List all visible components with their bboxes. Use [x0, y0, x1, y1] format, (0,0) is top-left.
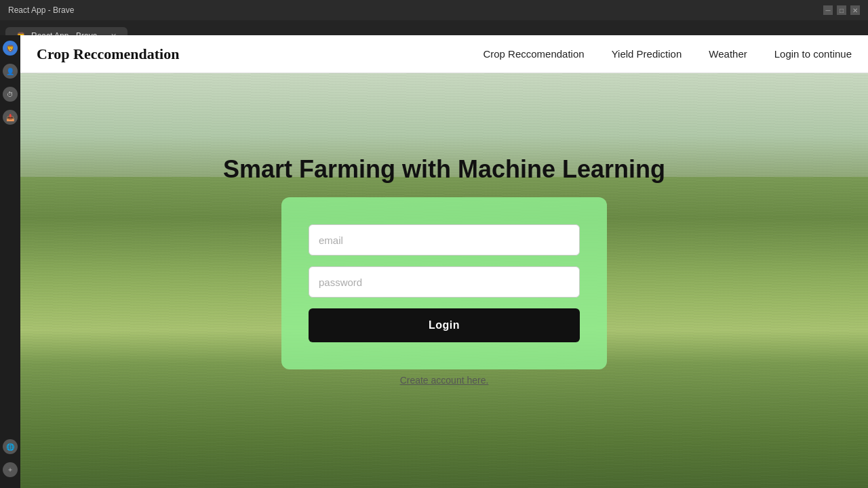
- sidebar-icon-brave[interactable]: 🦁: [3, 41, 18, 56]
- sidebar-icon-downloads[interactable]: 📥: [3, 110, 18, 125]
- hero-section: Smart Farming with Machine Learning Logi…: [20, 73, 868, 488]
- title-bar: React App - Brave ─ □ ✕: [0, 0, 868, 20]
- nav-yield-prediction[interactable]: Yield Prediction: [612, 48, 682, 60]
- sidebar-icon-profile[interactable]: 👤: [3, 64, 18, 79]
- hero-title: Smart Farming with Machine Learning: [223, 155, 665, 184]
- hero-content: Smart Farming with Machine Learning Logi…: [20, 155, 868, 386]
- minimize-btn[interactable]: ─: [823, 5, 833, 15]
- maximize-btn[interactable]: □: [837, 5, 846, 15]
- login-button[interactable]: Login: [309, 308, 580, 342]
- nav-weather[interactable]: Weather: [709, 48, 747, 60]
- app-logo: Crop Reccomendation: [37, 45, 179, 63]
- close-btn[interactable]: ✕: [850, 5, 860, 15]
- browser-sidebar: 🦁 👤 ⏱ 📥 🌐 ＋: [0, 35, 20, 488]
- app-title: React App - Brave: [8, 5, 74, 15]
- nav-crop-recommendation[interactable]: Crop Reccomendation: [483, 48, 584, 60]
- password-input[interactable]: [309, 266, 580, 298]
- app-container: Crop Reccomendation Crop Reccomendation …: [20, 35, 868, 488]
- app-nav-links: Crop Reccomendation Yield Prediction Wea…: [483, 48, 852, 60]
- create-account-link[interactable]: Create account here.: [400, 375, 489, 386]
- nav-login[interactable]: Login to continue: [774, 48, 852, 60]
- email-input[interactable]: [309, 224, 580, 256]
- sidebar-icon-web3[interactable]: 🌐: [3, 439, 18, 454]
- sidebar-icon-history[interactable]: ⏱: [3, 87, 18, 102]
- app-navbar: Crop Reccomendation Crop Reccomendation …: [20, 35, 868, 73]
- login-card: Login: [281, 197, 607, 369]
- sidebar-icon-add[interactable]: ＋: [3, 462, 18, 477]
- window-controls: ─ □ ✕: [823, 5, 860, 15]
